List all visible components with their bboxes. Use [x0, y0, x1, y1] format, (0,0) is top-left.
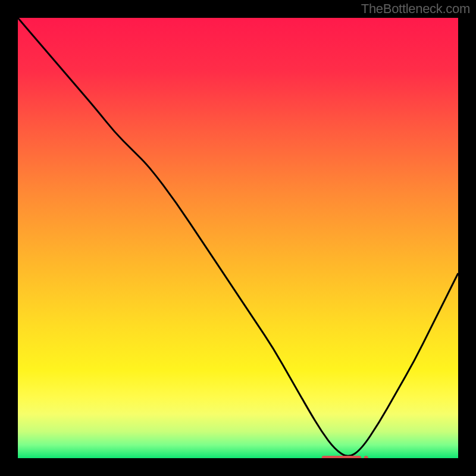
chart-svg	[18, 18, 458, 458]
svg-rect-0	[322, 456, 362, 458]
watermark-text: TheBottleneck.com	[361, 1, 470, 17]
plot-area	[18, 18, 458, 458]
chart-frame: TheBottleneck.com	[0, 0, 476, 476]
gradient-background	[18, 18, 458, 458]
